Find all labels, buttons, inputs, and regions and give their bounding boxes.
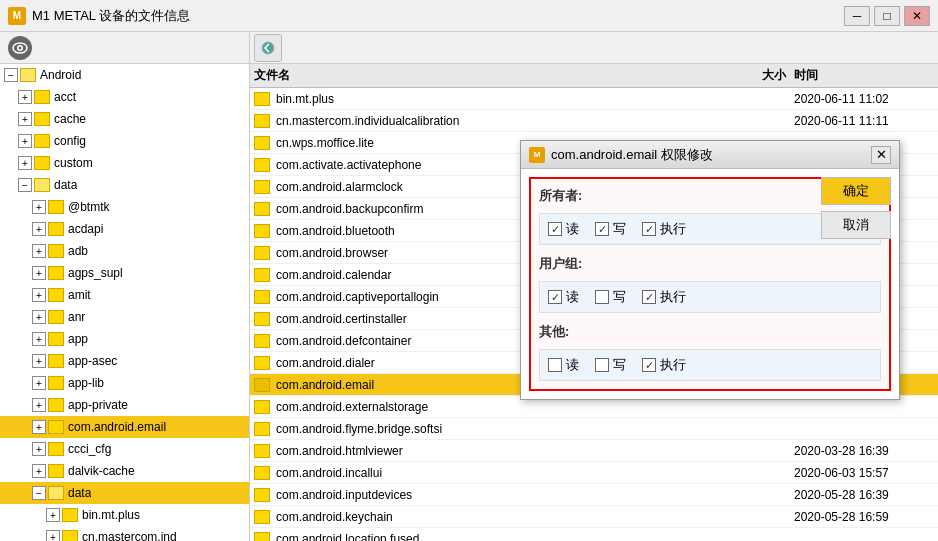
group-permissions-row: 读 写 执行 (548, 288, 872, 306)
owner-write-checkbox[interactable] (595, 222, 609, 236)
other-exec-label: 执行 (660, 356, 686, 374)
other-write-label: 写 (613, 356, 626, 374)
group-exec-checkbox[interactable] (642, 290, 656, 304)
other-write: 写 (595, 356, 626, 374)
group-label: 用户组: (539, 255, 881, 273)
owner-exec-checkbox[interactable] (642, 222, 656, 236)
owner-exec-label: 执行 (660, 220, 686, 238)
group-section: 用户组: 读 写 (539, 255, 881, 313)
group-exec-label: 执行 (660, 288, 686, 306)
group-exec: 执行 (642, 288, 686, 306)
group-read-label: 读 (566, 288, 579, 306)
dialog-body: 所有者: 读 写 (521, 169, 899, 399)
dialog-icon: M (529, 147, 545, 163)
other-read-checkbox[interactable] (548, 358, 562, 372)
group-read: 读 (548, 288, 579, 306)
group-permissions: 读 写 执行 (539, 281, 881, 313)
dialog-title-bar: M com.android.email 权限修改 ✕ (521, 141, 899, 169)
other-write-checkbox[interactable] (595, 358, 609, 372)
cancel-button[interactable]: 取消 (821, 211, 891, 239)
other-permissions: 读 写 执行 (539, 349, 881, 381)
owner-read: 读 (548, 220, 579, 238)
owner-read-checkbox[interactable] (548, 222, 562, 236)
group-write-label: 写 (613, 288, 626, 306)
other-section: 其他: 读 写 (539, 323, 881, 381)
other-permissions-row: 读 写 执行 (548, 356, 872, 374)
other-read-label: 读 (566, 356, 579, 374)
dialog-overlay: M com.android.email 权限修改 ✕ 所有者: 读 (0, 0, 938, 541)
dialog-buttons: 确定 取消 (821, 177, 891, 239)
permissions-dialog: M com.android.email 权限修改 ✕ 所有者: 读 (520, 140, 900, 400)
other-label: 其他: (539, 323, 881, 341)
owner-read-label: 读 (566, 220, 579, 238)
dialog-close-button[interactable]: ✕ (871, 146, 891, 164)
owner-write: 写 (595, 220, 626, 238)
owner-exec: 执行 (642, 220, 686, 238)
group-write: 写 (595, 288, 626, 306)
other-exec-checkbox[interactable] (642, 358, 656, 372)
confirm-button[interactable]: 确定 (821, 177, 891, 205)
other-read: 读 (548, 356, 579, 374)
dialog-title-text: com.android.email 权限修改 (551, 146, 871, 164)
owner-write-label: 写 (613, 220, 626, 238)
group-read-checkbox[interactable] (548, 290, 562, 304)
other-exec: 执行 (642, 356, 686, 374)
group-write-checkbox[interactable] (595, 290, 609, 304)
